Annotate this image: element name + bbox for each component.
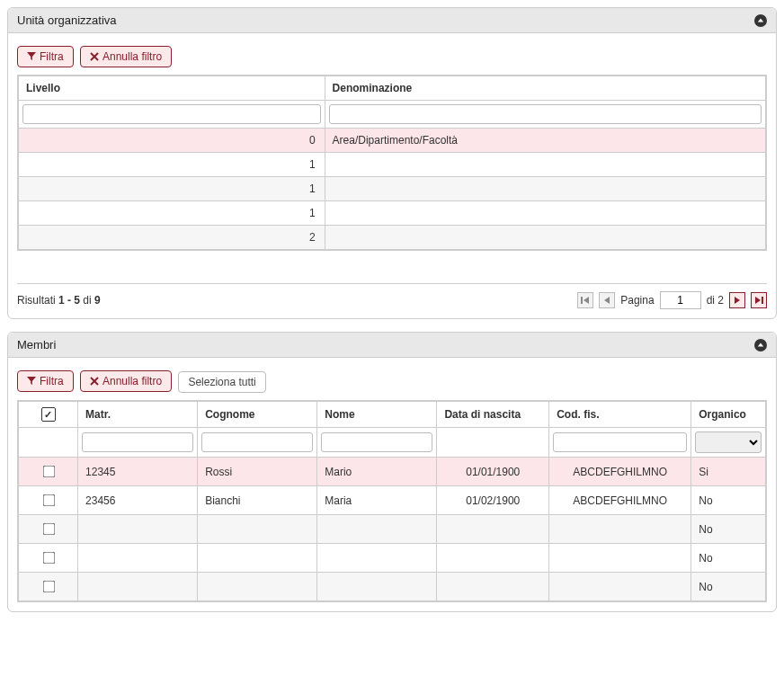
- table-row[interactable]: 1: [18, 153, 766, 177]
- collapse-icon[interactable]: [754, 14, 767, 27]
- cell-cod: [549, 573, 691, 602]
- cell-matr: [78, 573, 198, 602]
- svg-marker-0: [758, 18, 763, 22]
- page-input[interactable]: [660, 291, 701, 309]
- cell-cognome: Rossi: [198, 458, 317, 486]
- first-page-icon[interactable]: [577, 292, 593, 308]
- prev-page-icon[interactable]: [599, 292, 615, 308]
- col-cod-header[interactable]: Cod. fis.: [549, 401, 691, 428]
- col-data-header[interactable]: Data di nascita: [437, 401, 549, 428]
- unit-panel-body: Filtra Annulla filtro Livello Denominazi…: [8, 33, 776, 318]
- col-matr-header[interactable]: Matr.: [78, 401, 198, 428]
- table-row[interactable]: No: [18, 515, 766, 544]
- table-row[interactable]: No: [18, 573, 766, 602]
- cell-organico: No: [691, 486, 766, 515]
- row-checkbox[interactable]: [42, 552, 55, 565]
- filter-button[interactable]: Filtra: [17, 370, 74, 392]
- pager: Pagina di 2: [577, 291, 767, 309]
- results-total: 9: [94, 294, 101, 307]
- level-filter-input[interactable]: [22, 104, 321, 124]
- unit-filter-row: [18, 101, 766, 129]
- row-checkbox[interactable]: [42, 581, 55, 593]
- close-icon: [90, 377, 99, 386]
- col-level-header[interactable]: Livello: [18, 76, 325, 101]
- row-checkbox[interactable]: [42, 523, 55, 536]
- members-filter-row: [18, 428, 766, 458]
- cell-name: [325, 153, 766, 177]
- cell-organico: No: [691, 544, 766, 573]
- members-toolbar: Filtra Annulla filtro Seleziona tutti: [17, 370, 767, 393]
- col-name-header[interactable]: Denominazione: [325, 76, 766, 101]
- cell-cognome: Bianchi: [198, 486, 317, 515]
- cell-matr: 23456: [78, 486, 198, 515]
- unit-panel-header: Unità organizzativa: [8, 8, 776, 33]
- matr-filter-input[interactable]: [82, 432, 193, 452]
- row-checkbox[interactable]: [42, 494, 55, 507]
- svg-rect-9: [762, 297, 763, 304]
- cell-cognome: [198, 515, 317, 544]
- organico-filter-select[interactable]: [695, 431, 762, 453]
- cell-organico: No: [691, 515, 766, 544]
- cell-level: 1: [18, 177, 325, 201]
- cancel-filter-button[interactable]: Annulla filtro: [80, 46, 172, 67]
- table-row[interactable]: 23456 Bianchi Maria 01/02/1900 ABCDEFGHI…: [18, 486, 766, 515]
- next-page-icon[interactable]: [729, 292, 745, 308]
- results-text: Risultati 1 - 5 di 9: [17, 294, 101, 307]
- results-range: 1 - 5: [58, 294, 80, 307]
- name-filter-input[interactable]: [329, 104, 762, 124]
- select-all-button[interactable]: Seleziona tutti: [178, 371, 265, 393]
- col-cognome-header[interactable]: Cognome: [198, 401, 317, 428]
- svg-marker-11: [27, 377, 36, 385]
- cell-nome: Mario: [317, 458, 437, 486]
- svg-marker-10: [758, 342, 763, 346]
- page-label: Pagina: [620, 294, 654, 307]
- cell-organico: No: [691, 573, 766, 602]
- filter-button-label: Filtra: [40, 50, 64, 63]
- col-nome-header[interactable]: Nome: [317, 401, 437, 428]
- members-panel: Membri Filtra Annulla filtro Seleziona t…: [7, 332, 777, 612]
- cod-filter-input[interactable]: [553, 432, 687, 452]
- table-row[interactable]: No: [18, 544, 766, 573]
- table-row[interactable]: 0 Area/Dipartimento/Facoltà: [18, 129, 766, 153]
- table-row[interactable]: 2: [18, 226, 766, 251]
- nome-filter-input[interactable]: [321, 432, 432, 452]
- cell-matr: [78, 515, 198, 544]
- svg-marker-6: [604, 297, 610, 304]
- cell-nome: [317, 515, 437, 544]
- cell-data: [437, 515, 549, 544]
- cell-cod: ABCDEFGHILMNO: [549, 486, 691, 515]
- cell-data: [437, 573, 549, 602]
- unit-panel: Unità organizzativa Filtra Annulla filtr…: [7, 7, 777, 319]
- cell-name: Area/Dipartimento/Facoltà: [325, 129, 766, 153]
- members-panel-title: Membri: [17, 338, 56, 351]
- row-checkbox[interactable]: [42, 466, 55, 478]
- col-organico-header[interactable]: Organico: [691, 401, 766, 428]
- cell-data: [437, 544, 549, 573]
- unit-toolbar: Filtra Annulla filtro: [17, 46, 767, 67]
- members-panel-body: Filtra Annulla filtro Seleziona tutti ✓: [8, 358, 776, 611]
- svg-marker-1: [27, 52, 36, 60]
- filter-button[interactable]: Filtra: [17, 46, 74, 67]
- cell-matr: [78, 544, 198, 573]
- last-page-icon[interactable]: [751, 292, 767, 308]
- svg-marker-5: [584, 297, 589, 304]
- table-row[interactable]: 1: [18, 177, 766, 201]
- table-row[interactable]: 12345 Rossi Mario 01/01/1900 ABCDEFGHILM…: [18, 458, 766, 486]
- cell-level: 0: [18, 129, 325, 153]
- cognome-filter-input[interactable]: [201, 432, 313, 452]
- filter-button-label: Filtra: [40, 375, 64, 387]
- cell-nome: [317, 544, 437, 573]
- members-panel-header: Membri: [8, 333, 776, 358]
- cell-level: 2: [18, 226, 325, 251]
- table-row[interactable]: 1: [18, 201, 766, 226]
- cancel-filter-button[interactable]: Annulla filtro: [80, 370, 172, 392]
- collapse-icon[interactable]: [754, 339, 767, 351]
- filter-icon: [27, 52, 36, 61]
- cell-cod: ABCDEFGHILMNO: [549, 458, 691, 486]
- results-mid: di: [80, 294, 94, 307]
- cell-nome: [317, 573, 437, 602]
- cell-data: 01/01/1900: [437, 458, 549, 486]
- cell-name: [325, 226, 766, 251]
- members-table: ✓ Matr. Cognome Nome Data di nascita Cod…: [17, 400, 767, 602]
- cell-nome: Maria: [317, 486, 437, 515]
